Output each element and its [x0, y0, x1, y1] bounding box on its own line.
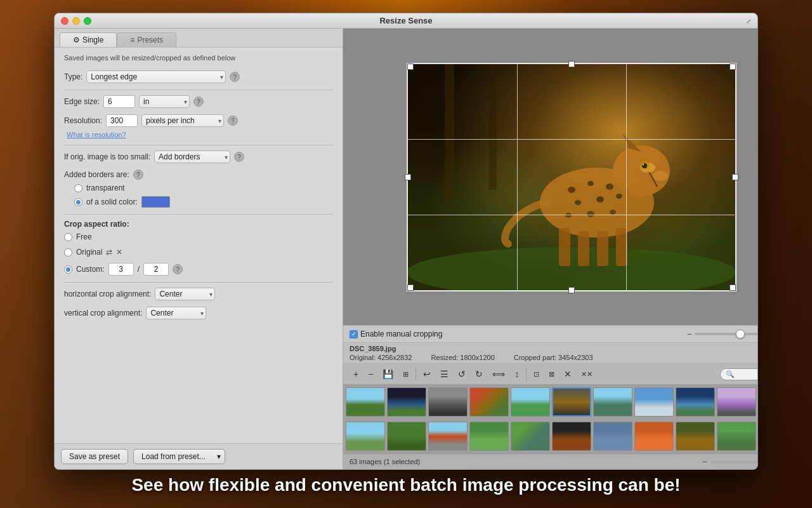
- resolution-unit-wrapper[interactable]: pixels per inch pixels per cm: [141, 114, 224, 127]
- crop-lines: [408, 64, 735, 290]
- expand-icon[interactable]: ⤢: [746, 17, 751, 24]
- type-help-button[interactable]: ?: [230, 72, 240, 82]
- solid-color-radio[interactable]: [74, 198, 82, 206]
- thumbnail-7[interactable]: [593, 387, 632, 417]
- close-button[interactable]: [61, 17, 69, 25]
- thumb-size-minus[interactable]: −: [702, 457, 707, 467]
- crop-handle-middle-left[interactable]: [405, 174, 411, 180]
- zoom-minus-button[interactable]: −: [687, 329, 692, 339]
- type-select-wrapper[interactable]: Longest edge Width Height Exact size Cro…: [86, 70, 226, 83]
- too-small-row: If orig. image is too small: Add borders…: [64, 150, 333, 163]
- thumbnail-2[interactable]: [387, 387, 426, 417]
- expand-h-button[interactable]: ⟺: [488, 367, 509, 381]
- thumbnail-21[interactable]: [717, 422, 756, 451]
- thumbnail-14[interactable]: [428, 422, 468, 451]
- thumbnail-10[interactable]: [717, 387, 756, 417]
- enable-cropping-checkbox[interactable]: [350, 330, 358, 338]
- custom-h-input[interactable]: [143, 263, 169, 276]
- borders-help-button[interactable]: ?: [133, 170, 143, 180]
- resolution-unit-select[interactable]: pixels per inch pixels per cm: [141, 114, 224, 127]
- swap-icon[interactable]: ⇄: [106, 248, 112, 257]
- color-swatch[interactable]: [141, 196, 170, 208]
- remove-all-button[interactable]: ✕✕: [577, 368, 596, 380]
- custom-help-button[interactable]: ?: [173, 264, 183, 274]
- thumbnail-9[interactable]: [676, 387, 715, 417]
- too-small-select[interactable]: Add borders Do not resize Resize anyway: [154, 150, 230, 163]
- load-preset-dropdown[interactable]: ▾: [213, 449, 225, 464]
- unit-select-wrapper[interactable]: in px cm mm: [139, 95, 190, 108]
- search-input[interactable]: [737, 370, 758, 378]
- thumbnail-17[interactable]: [552, 422, 591, 451]
- h-alignment-select-wrapper[interactable]: Center Left Right: [155, 288, 215, 300]
- batch-save-button[interactable]: ⊞: [399, 368, 412, 380]
- too-small-label: If orig. image is too small:: [64, 152, 150, 161]
- thumbnail-8[interactable]: [634, 387, 674, 417]
- too-small-select-wrapper[interactable]: Add borders Do not resize Resize anyway: [154, 150, 230, 163]
- crop-handle-middle-right[interactable]: [732, 174, 738, 180]
- custom-radio[interactable]: [64, 265, 72, 274]
- remove-image-button[interactable]: −: [364, 367, 377, 381]
- edge-size-help-button[interactable]: ?: [193, 97, 204, 107]
- transparent-radio[interactable]: [74, 184, 82, 192]
- grid-button[interactable]: ⊡: [530, 368, 543, 380]
- thumbnail-1[interactable]: [346, 387, 385, 417]
- free-radio[interactable]: [64, 233, 72, 241]
- tab-single[interactable]: ⚙ Single: [60, 32, 117, 47]
- zoom-slider-track[interactable]: [695, 333, 758, 335]
- edge-size-input[interactable]: 6: [103, 95, 135, 108]
- v-alignment-select[interactable]: Center Top Bottom: [146, 307, 206, 319]
- thumbnail-4[interactable]: [469, 387, 509, 417]
- h-alignment-select[interactable]: Center Left Right: [155, 288, 215, 300]
- thumbnail-19[interactable]: [634, 422, 674, 451]
- app-window: Resize Sense ⤢ ⚙ Single ≡ Presets Saved …: [54, 13, 758, 470]
- resolution-link[interactable]: What is resolution?: [67, 131, 126, 138]
- clear-original-icon[interactable]: ✕: [116, 248, 122, 257]
- too-small-help-button[interactable]: ?: [234, 152, 244, 162]
- thumbnail-5[interactable]: [511, 387, 550, 417]
- free-radio-row: Free: [64, 232, 333, 241]
- load-preset-button[interactable]: Load from preset...: [133, 449, 213, 464]
- remove-one-button[interactable]: ✕: [560, 367, 575, 381]
- crop-handle-top-left[interactable]: [407, 64, 414, 70]
- thumbnail-20[interactable]: [676, 422, 715, 451]
- tab-presets[interactable]: ≡ Presets: [117, 32, 176, 47]
- resolution-input[interactable]: [106, 114, 138, 127]
- v-alignment-select-wrapper[interactable]: Center Top Bottom: [146, 307, 206, 319]
- original-radio[interactable]: [64, 248, 72, 257]
- tab-bar: ⚙ Single ≡ Presets: [55, 29, 343, 48]
- save-button[interactable]: 💾: [379, 367, 397, 381]
- thumb-size-track[interactable]: [710, 460, 758, 463]
- crop-handle-top-middle[interactable]: [568, 61, 575, 67]
- flip-v-button[interactable]: ↻: [471, 367, 487, 381]
- crop-line-h2: [408, 215, 735, 215]
- thumbnails-row-1: [343, 385, 758, 419]
- transparent-label: transparent: [86, 184, 125, 192]
- resolution-help-button[interactable]: ?: [228, 116, 238, 126]
- crop-handle-top-right[interactable]: [730, 64, 736, 70]
- minimize-button[interactable]: [72, 17, 80, 25]
- expand-v-button[interactable]: ↕: [511, 367, 523, 381]
- thumbnail-16[interactable]: [511, 422, 550, 451]
- add-image-button[interactable]: +: [350, 367, 362, 381]
- thumbnail-18[interactable]: [593, 422, 632, 451]
- thumbnail-12[interactable]: [346, 422, 385, 451]
- crop-overlay[interactable]: [407, 63, 737, 291]
- thumbnail-3[interactable]: [428, 387, 468, 417]
- save-preset-button[interactable]: Save as preset: [61, 449, 128, 464]
- thumbnail-13[interactable]: [387, 422, 426, 451]
- settings2-button[interactable]: ⊠: [545, 368, 558, 380]
- crop-handle-bottom-right[interactable]: [730, 284, 736, 291]
- crop-handle-bottom-left[interactable]: [407, 284, 414, 291]
- file-info-row: Original: 4256x2832 Resized: 1800x1200 C…: [350, 354, 758, 361]
- thumbnail-6[interactable]: [552, 387, 591, 417]
- list-view-button[interactable]: ☰: [436, 367, 452, 381]
- thumbnail-15[interactable]: [469, 422, 509, 451]
- zoom-slider-thumb[interactable]: [736, 330, 745, 338]
- flip-h-button[interactable]: ↺: [454, 367, 469, 381]
- rotate-button[interactable]: ↩: [419, 367, 435, 381]
- maximize-button[interactable]: [84, 17, 91, 25]
- crop-handle-bottom-middle[interactable]: [568, 287, 575, 293]
- type-select[interactable]: Longest edge Width Height Exact size Cro…: [86, 70, 226, 83]
- unit-select[interactable]: in px cm mm: [139, 95, 190, 108]
- custom-w-input[interactable]: [108, 263, 134, 276]
